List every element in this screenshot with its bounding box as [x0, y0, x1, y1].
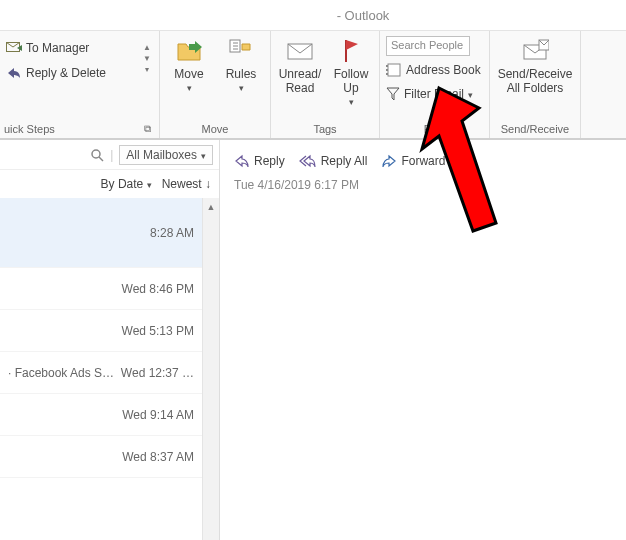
message-item[interactable]: 8:28 AM — [0, 198, 202, 268]
quicksteps-nav[interactable]: ▲ ▼ ▾ — [139, 33, 155, 84]
address-book-icon — [386, 63, 402, 77]
message-time: Wed 8:46 PM — [122, 282, 194, 296]
reading-pane: Reply Reply All Forward Tue 4/16/2019 6:… — [220, 140, 626, 540]
arrow-down-icon: ↓ — [205, 177, 211, 191]
unread-label: Unread/ Read — [279, 67, 322, 95]
message-time: Wed 8:37 AM — [122, 450, 194, 464]
tags-group-label: Tags — [277, 123, 373, 138]
reply-label: Reply — [254, 154, 285, 168]
ribbon: To Manager Reply & Delete ▲ ▼ ▾ uick Ste… — [0, 30, 626, 140]
chevron-down-icon: ▾ — [147, 180, 152, 190]
message-item[interactable]: · Facebook Ads S…Wed 12:37 … — [0, 352, 202, 394]
reply-icon — [234, 154, 250, 168]
chevron-down-icon: ▾ — [187, 83, 192, 93]
quicksteps-group-label: uick Steps — [4, 123, 55, 135]
followup-button[interactable]: Follow Up ▾ — [329, 35, 373, 107]
reply-all-icon — [299, 154, 317, 168]
rules-button[interactable]: Rules ▾ — [218, 35, 264, 93]
sort-by-date[interactable]: By Date ▾ — [101, 177, 152, 191]
sendreceive-label: Send/Receive All Folders — [498, 67, 573, 95]
sendreceive-button[interactable]: Send/Receive All Folders — [496, 35, 574, 95]
app-title: - Outlook — [337, 8, 390, 23]
sort-row: By Date ▾ Newest ↓ — [0, 170, 219, 198]
quicksteps-group: To Manager Reply & Delete ▲ ▼ ▾ uick Ste… — [0, 31, 160, 138]
followup-label: Follow Up — [334, 67, 369, 95]
reply-delete-icon — [6, 66, 22, 80]
scroll-up-icon[interactable]: ▲ — [203, 198, 219, 215]
move-group: Move ▾ Rules ▾ Move — [160, 31, 271, 138]
search-icon[interactable] — [90, 148, 104, 162]
sendreceive-group-label: Send/Receive — [496, 123, 574, 138]
message-time: Wed 9:14 AM — [122, 408, 194, 422]
reply-button[interactable]: Reply — [234, 154, 285, 168]
rules-label: Rules — [226, 67, 257, 81]
svg-rect-4 — [386, 65, 388, 67]
message-time: 8:28 AM — [150, 226, 194, 240]
quickstep-reply-delete[interactable]: Reply & Delete — [0, 62, 139, 84]
message-item[interactable]: Wed 5:13 PM — [0, 310, 202, 352]
qs-label: Reply & Delete — [26, 66, 106, 80]
address-book-label: Address Book — [406, 63, 481, 77]
quickstep-to-manager[interactable]: To Manager — [0, 37, 139, 59]
chevron-down-icon: ▾ — [239, 83, 244, 93]
dialog-launcher-icon[interactable]: ⧉ — [144, 123, 151, 135]
forward-button[interactable]: Forward — [381, 154, 445, 168]
rules-icon — [227, 37, 255, 65]
tags-group: Unread/ Read Follow Up ▾ Tags — [271, 31, 380, 138]
message-list-toolbar: | All Mailboxes ▾ — [0, 140, 219, 170]
find-group-label: Find — [386, 123, 483, 138]
chevron-down-icon: ▼ — [143, 54, 151, 64]
sendreceive-icon — [521, 37, 549, 65]
message-item[interactable]: Wed 8:37 AM — [0, 436, 202, 478]
content-area: | All Mailboxes ▾ By Date ▾ Newest ↓ ▲ 8… — [0, 140, 626, 540]
svg-rect-5 — [386, 69, 388, 71]
chevron-more-icon: ▾ — [145, 65, 149, 75]
message-item[interactable]: Wed 9:14 AM — [0, 394, 202, 436]
filter-email-button[interactable]: Filter Email ▾ — [386, 83, 483, 105]
move-folder-icon — [175, 37, 203, 65]
forward-label: Forward — [401, 154, 445, 168]
svg-rect-6 — [386, 73, 388, 75]
move-label: Move — [174, 67, 203, 81]
message-date: Tue 4/16/2019 6:17 PM — [234, 178, 612, 192]
forward-icon — [381, 154, 397, 168]
qs-label: To Manager — [26, 41, 89, 55]
envelope-icon — [286, 37, 314, 65]
filter-email-label: Filter Email — [404, 87, 464, 101]
search-people-input[interactable]: Search People — [386, 36, 470, 56]
move-group-label: Move — [166, 123, 264, 138]
reply-actions: Reply Reply All Forward — [234, 150, 612, 172]
title-bar: - Outlook — [0, 0, 626, 30]
svg-rect-3 — [388, 64, 400, 76]
message-list-pane: | All Mailboxes ▾ By Date ▾ Newest ↓ ▲ 8… — [0, 140, 220, 540]
sort-newest[interactable]: Newest ↓ — [162, 177, 211, 191]
sendreceive-group: Send/Receive All Folders Send/Receive — [490, 31, 581, 138]
chevron-down-icon: ▾ — [201, 151, 206, 161]
chevron-up-icon: ▲ — [143, 43, 151, 53]
message-sender: · Facebook Ads S… — [8, 366, 114, 380]
reply-all-label: Reply All — [321, 154, 368, 168]
svg-point-9 — [92, 150, 100, 158]
find-group: Search People Address Book Filter Email … — [380, 31, 490, 138]
mailbox-scope-button[interactable]: All Mailboxes ▾ — [119, 145, 213, 165]
funnel-icon — [386, 87, 400, 101]
address-book-button[interactable]: Address Book — [386, 59, 483, 81]
flag-icon — [337, 37, 365, 65]
move-button[interactable]: Move ▾ — [166, 35, 212, 93]
scrollbar[interactable]: ▲ — [202, 198, 219, 540]
chevron-down-icon: ▾ — [349, 97, 354, 107]
mailbox-scope-label: All Mailboxes — [126, 148, 197, 162]
unread-read-button[interactable]: Unread/ Read — [277, 35, 323, 95]
reply-all-button[interactable]: Reply All — [299, 154, 368, 168]
message-time: Wed 12:37 … — [121, 366, 194, 380]
message-item[interactable]: Wed 8:46 PM — [0, 268, 202, 310]
mail-to-icon — [6, 41, 22, 55]
message-time: Wed 5:13 PM — [122, 324, 194, 338]
chevron-down-icon: ▾ — [468, 90, 473, 100]
